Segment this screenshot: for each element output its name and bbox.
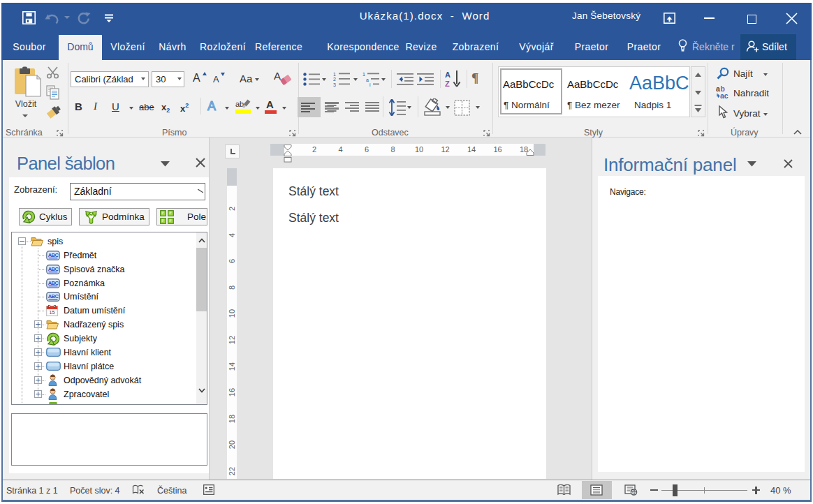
- svg-text:A: A: [445, 71, 451, 79]
- svg-text:ac: ac: [720, 91, 728, 99]
- svg-text:1: 1: [362, 72, 365, 77]
- svg-text:3: 3: [333, 82, 336, 87]
- svg-text:ABC: ABC: [48, 252, 59, 258]
- svg-text:a: a: [366, 77, 369, 82]
- svg-text:ABC: ABC: [48, 293, 59, 299]
- svg-text:Z: Z: [445, 80, 450, 88]
- svg-text:A: A: [274, 70, 281, 82]
- svg-text:1: 1: [333, 72, 336, 77]
- svg-text:2: 2: [333, 77, 336, 82]
- svg-text:i: i: [369, 82, 371, 87]
- svg-text:ABC: ABC: [48, 280, 59, 286]
- svg-text:ABC: ABC: [48, 266, 59, 272]
- svg-text:15: 15: [50, 310, 55, 315]
